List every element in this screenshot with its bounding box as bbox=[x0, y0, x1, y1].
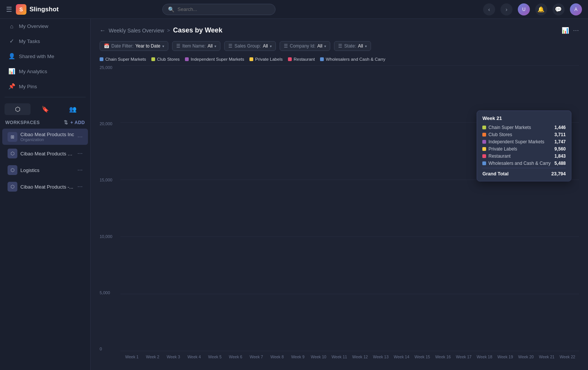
notifications-button[interactable]: 🔔 bbox=[535, 3, 547, 15]
legend-chain: Chain Super Markets bbox=[100, 57, 146, 61]
filter-state[interactable]: ☰ State: All ▾ bbox=[334, 41, 371, 51]
chart-area: Chain Super Markets Club Stores Independ… bbox=[100, 57, 579, 362]
filter-company-id[interactable]: ☰ Company Id: All ▾ bbox=[280, 41, 330, 51]
x-axis-label: Week 21 bbox=[537, 355, 556, 359]
search-input[interactable] bbox=[177, 6, 270, 12]
workspace-name-cibao-dash: Cibao Meat Products -... bbox=[20, 184, 74, 190]
y-axis-label: 15,000 bbox=[100, 178, 117, 182]
y-axis: 05,00010,00015,00020,00025,000 bbox=[100, 65, 120, 362]
breadcrumb-separator: > bbox=[167, 28, 170, 33]
x-axis-label: Week 16 bbox=[434, 355, 452, 359]
x-axis-label: Week 4 bbox=[185, 355, 203, 359]
legend-label-independent: Independent Super Markets bbox=[191, 57, 244, 61]
search-bar[interactable]: 🔍 bbox=[162, 4, 276, 15]
filter-item-name[interactable]: ☰ Item Name: All ▾ bbox=[172, 41, 220, 51]
filter-date-icon: 📅 bbox=[104, 43, 109, 49]
workspace-name-cibao-a: Cibao Meat Products a... bbox=[20, 151, 74, 157]
workspace-item-cibao-inc[interactable]: ⊞ Cibao Meat Products Inc Organization ⋯ bbox=[2, 129, 88, 145]
filter-item-chevron: ▾ bbox=[214, 44, 216, 48]
back-nav-button[interactable]: ‹ bbox=[483, 3, 495, 15]
sidebar-label-tasks: My Tasks bbox=[19, 38, 40, 44]
workspace-icon-cibao-inc: ⊞ bbox=[8, 132, 17, 142]
sidebar: ⌂ My Overview ✓ My Tasks 👤 Shared with M… bbox=[0, 19, 91, 370]
filter-date[interactable]: 📅 Date Filter: Year to Date ▾ bbox=[100, 41, 168, 51]
x-axis-label: Week 11 bbox=[330, 355, 349, 359]
page-title: Cases by Week bbox=[173, 26, 222, 34]
workspace-more-logistics[interactable]: ⋯ bbox=[77, 167, 83, 173]
sidebar-tabs: ⬡ 🔖 👥 bbox=[0, 100, 90, 117]
x-axis-label: Week 18 bbox=[475, 355, 494, 359]
shared-icon: 👤 bbox=[8, 53, 15, 60]
filter-state-chevron: ▾ bbox=[365, 44, 367, 48]
filter-sales-label: Sales Group: bbox=[234, 43, 261, 49]
workspace-sub-cibao-inc: Organization bbox=[20, 137, 74, 142]
filter-company-chevron: ▾ bbox=[324, 44, 326, 48]
filter-sales-group[interactable]: ☰ Sales Group: All ▾ bbox=[224, 41, 276, 51]
sidebar-label-overview: My Overview bbox=[19, 23, 48, 29]
sort-button[interactable]: ⇅ bbox=[64, 120, 68, 125]
back-button[interactable]: ← bbox=[100, 27, 106, 34]
search-icon: 🔍 bbox=[168, 6, 174, 12]
workspace-icon-cibao-dash: ⬡ bbox=[8, 182, 17, 192]
sidebar-label-analytics: My Analytics bbox=[19, 69, 47, 74]
filter-sales-value: All bbox=[263, 43, 268, 49]
y-axis-label: 5,000 bbox=[100, 290, 117, 295]
sidebar-label-shared: Shared with Me bbox=[19, 54, 54, 59]
workspace-item-cibao-dash[interactable]: ⬡ Cibao Meat Products -... ⋯ bbox=[2, 179, 88, 195]
sidebar-item-my-tasks[interactable]: ✓ My Tasks bbox=[2, 34, 88, 48]
x-axis: Week 1Week 2Week 3Week 4Week 5Week 6Week… bbox=[120, 351, 579, 362]
x-axis-label: Week 17 bbox=[454, 355, 473, 359]
legend-label-chain: Chain Super Markets bbox=[105, 57, 146, 61]
analytics-icon: 📊 bbox=[8, 68, 15, 75]
overview-icon: ⌂ bbox=[8, 23, 15, 29]
forward-nav-button[interactable]: › bbox=[500, 3, 513, 15]
legend-independent: Independent Super Markets bbox=[185, 57, 244, 61]
more-options-button[interactable]: ⋯ bbox=[573, 27, 579, 34]
filter-state-label: State: bbox=[344, 43, 356, 49]
legend-label-private: Private Labels bbox=[255, 57, 283, 61]
tab-people[interactable]: 👥 bbox=[60, 103, 86, 115]
x-axis-label: Week 5 bbox=[206, 355, 224, 359]
bars-area bbox=[120, 65, 579, 351]
main-content: ← Weekly Sales Overview > Cases by Week … bbox=[91, 19, 588, 370]
workspace-more-cibao-inc[interactable]: ⋯ bbox=[77, 134, 83, 140]
sidebar-item-my-analytics[interactable]: 📊 My Analytics bbox=[2, 64, 88, 78]
filter-company-label: Company Id: bbox=[290, 43, 316, 49]
pins-icon: 📌 bbox=[8, 83, 15, 90]
legend-dot-restaurant bbox=[288, 57, 292, 61]
workspace-item-cibao-a[interactable]: ⬡ Cibao Meat Products a... ⋯ bbox=[2, 146, 88, 161]
x-axis-label: Week 9 bbox=[289, 355, 307, 359]
legend-private: Private Labels bbox=[249, 57, 283, 61]
workspace-item-logistics[interactable]: ⬡ Logistics ⋯ bbox=[2, 162, 88, 178]
x-axis-label: Week 13 bbox=[371, 355, 390, 359]
sidebar-item-my-pins[interactable]: 📌 My Pins bbox=[2, 79, 88, 94]
sidebar-item-shared-with-me[interactable]: 👤 Shared with Me bbox=[2, 49, 88, 63]
messages-button[interactable]: 💬 bbox=[553, 3, 565, 15]
x-axis-label: Week 15 bbox=[413, 355, 431, 359]
tab-bookmarks[interactable]: 🔖 bbox=[32, 103, 58, 115]
filter-sales-icon: ☰ bbox=[228, 43, 232, 49]
y-axis-label: 0 bbox=[100, 347, 117, 351]
workspace-more-cibao-a[interactable]: ⋯ bbox=[77, 150, 83, 157]
user-avatar-main[interactable]: A bbox=[570, 3, 582, 15]
workspace-more-cibao-dash[interactable]: ⋯ bbox=[77, 184, 83, 190]
y-axis-label: 20,000 bbox=[100, 121, 117, 126]
legend-label-restaurant: Restaurant bbox=[294, 57, 315, 61]
body-area: ⌂ My Overview ✓ My Tasks 👤 Shared with M… bbox=[0, 19, 588, 370]
sidebar-item-my-overview[interactable]: ⌂ My Overview bbox=[2, 19, 88, 33]
user-avatar-small[interactable]: U bbox=[518, 3, 530, 15]
filter-state-value: All bbox=[358, 43, 363, 49]
chart-view-button[interactable]: 📊 bbox=[562, 27, 569, 34]
legend-label-club: Club Stores bbox=[157, 57, 180, 61]
legend-label-wholesalers: Wholesalers and Cash & Carry bbox=[326, 57, 385, 61]
legend-row: Chain Super Markets Club Stores Independ… bbox=[100, 57, 579, 61]
tab-layers[interactable]: ⬡ bbox=[5, 103, 31, 115]
legend-club: Club Stores bbox=[151, 57, 180, 61]
page-header: ← Weekly Sales Overview > Cases by Week … bbox=[100, 26, 579, 34]
hamburger-menu[interactable]: ☰ bbox=[6, 5, 12, 14]
add-workspace-button[interactable]: + Add bbox=[71, 120, 85, 125]
workspace-name-logistics: Logistics bbox=[20, 167, 74, 173]
legend-restaurant: Restaurant bbox=[288, 57, 315, 61]
x-axis-label: Week 8 bbox=[268, 355, 286, 359]
y-axis-label: 10,000 bbox=[100, 234, 117, 239]
